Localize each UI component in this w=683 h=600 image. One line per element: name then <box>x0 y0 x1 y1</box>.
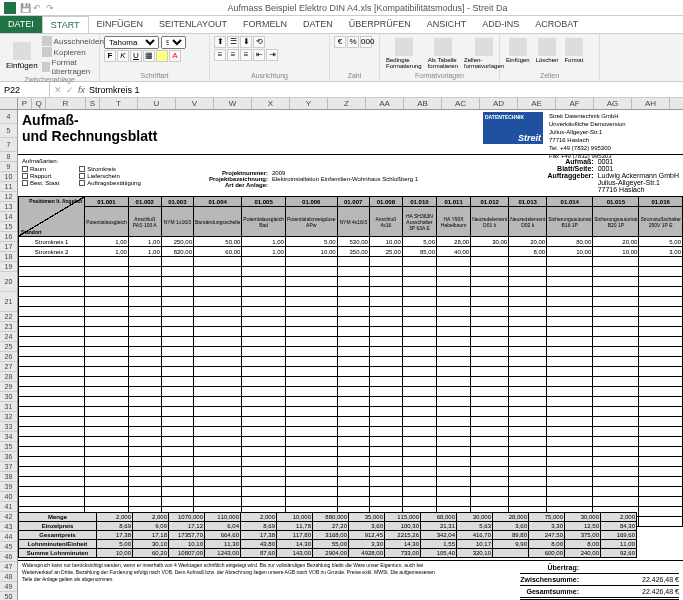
value-cell[interactable]: 28,00 <box>437 237 471 247</box>
empty-cell[interactable] <box>547 327 593 337</box>
empty-cell[interactable] <box>547 307 593 317</box>
check-item[interactable]: Stromkreis <box>79 166 140 172</box>
empty-cell[interactable] <box>509 257 547 267</box>
value-cell[interactable]: 30,00 <box>471 237 509 247</box>
empty-cell[interactable] <box>369 387 402 397</box>
value-cell[interactable]: 1,00 <box>242 247 286 257</box>
empty-cell[interactable] <box>242 337 286 347</box>
empty-cell[interactable] <box>509 417 547 427</box>
empty-cell[interactable] <box>194 447 242 457</box>
empty-cell[interactable] <box>471 487 509 497</box>
tab-addins[interactable]: ADD-INS <box>474 16 527 33</box>
check-item[interactable]: Auftragsbestätigung <box>79 180 140 186</box>
empty-cell[interactable] <box>337 287 369 297</box>
empty-cell[interactable] <box>242 317 286 327</box>
empty-cell[interactable] <box>547 407 593 417</box>
empty-cell[interactable] <box>471 457 509 467</box>
empty-cell[interactable] <box>85 267 129 277</box>
empty-cell[interactable] <box>85 297 129 307</box>
empty-cell[interactable] <box>437 407 471 417</box>
empty-cell[interactable] <box>285 367 337 377</box>
empty-cell[interactable] <box>509 377 547 387</box>
empty-cell[interactable] <box>337 297 369 307</box>
empty-cell[interactable] <box>194 327 242 337</box>
empty-cell[interactable] <box>639 467 683 477</box>
empty-cell[interactable] <box>85 327 129 337</box>
empty-cell[interactable] <box>161 357 193 367</box>
empty-cell[interactable] <box>19 367 85 377</box>
empty-cell[interactable] <box>337 477 369 487</box>
empty-cell[interactable] <box>369 357 402 367</box>
row-header[interactable]: 17 <box>0 242 17 252</box>
empty-cell[interactable] <box>337 327 369 337</box>
empty-cell[interactable] <box>85 317 129 327</box>
empty-cell[interactable] <box>369 277 402 287</box>
empty-cell[interactable] <box>369 417 402 427</box>
empty-cell[interactable] <box>85 407 129 417</box>
value-cell[interactable]: 60,00 <box>194 247 242 257</box>
column-header[interactable]: P <box>18 98 32 109</box>
check-item[interactable]: Lieferschein <box>79 173 140 179</box>
align-right-button[interactable]: ≡ <box>240 49 252 61</box>
format-painter-button[interactable]: Format übertragen <box>42 58 104 76</box>
empty-cell[interactable] <box>639 327 683 337</box>
row-header[interactable]: 48 <box>0 572 17 582</box>
empty-cell[interactable] <box>437 277 471 287</box>
empty-cell[interactable] <box>402 487 436 497</box>
empty-cell[interactable] <box>242 437 286 447</box>
empty-cell[interactable] <box>285 377 337 387</box>
column-header[interactable]: AA <box>366 98 404 109</box>
empty-cell[interactable] <box>85 377 129 387</box>
column-header[interactable]: Y <box>290 98 328 109</box>
empty-cell[interactable] <box>337 357 369 367</box>
empty-cell[interactable] <box>128 367 161 377</box>
empty-cell[interactable] <box>285 307 337 317</box>
empty-cell[interactable] <box>19 377 85 387</box>
empty-cell[interactable] <box>593 287 639 297</box>
delete-cells-button[interactable]: Löschen <box>534 36 561 65</box>
empty-cell[interactable] <box>639 397 683 407</box>
empty-cell[interactable] <box>402 457 436 467</box>
empty-cell[interactable] <box>194 277 242 287</box>
empty-cell[interactable] <box>128 267 161 277</box>
empty-cell[interactable] <box>437 297 471 307</box>
empty-cell[interactable] <box>437 257 471 267</box>
empty-cell[interactable] <box>19 467 85 477</box>
empty-cell[interactable] <box>285 487 337 497</box>
empty-cell[interactable] <box>85 287 129 297</box>
row-header[interactable]: 4 <box>0 110 17 124</box>
empty-cell[interactable] <box>85 457 129 467</box>
empty-cell[interactable] <box>402 257 436 267</box>
value-cell[interactable]: 1,00 <box>242 237 286 247</box>
empty-cell[interactable] <box>593 387 639 397</box>
empty-cell[interactable] <box>509 337 547 347</box>
empty-cell[interactable] <box>128 487 161 497</box>
empty-cell[interactable] <box>285 317 337 327</box>
empty-cell[interactable] <box>547 477 593 487</box>
empty-cell[interactable] <box>161 417 193 427</box>
empty-cell[interactable] <box>593 437 639 447</box>
value-cell[interactable] <box>471 247 509 257</box>
indent-decrease-button[interactable]: ⇤ <box>253 49 265 61</box>
empty-cell[interactable] <box>285 397 337 407</box>
empty-cell[interactable] <box>85 367 129 377</box>
empty-cell[interactable] <box>337 337 369 347</box>
empty-cell[interactable] <box>593 497 639 507</box>
empty-cell[interactable] <box>402 437 436 447</box>
empty-cell[interactable] <box>547 357 593 367</box>
value-cell[interactable]: 25,00 <box>369 247 402 257</box>
value-cell[interactable]: 10,00 <box>285 247 337 257</box>
empty-cell[interactable] <box>369 447 402 457</box>
empty-cell[interactable] <box>471 437 509 447</box>
empty-cell[interactable] <box>509 357 547 367</box>
empty-cell[interactable] <box>285 337 337 347</box>
indent-increase-button[interactable]: ⇥ <box>266 49 278 61</box>
align-center-button[interactable]: ≡ <box>227 49 239 61</box>
row-header[interactable]: 8 <box>0 152 17 162</box>
empty-cell[interactable] <box>128 407 161 417</box>
empty-cell[interactable] <box>128 257 161 267</box>
empty-cell[interactable] <box>471 477 509 487</box>
empty-cell[interactable] <box>194 287 242 297</box>
empty-cell[interactable] <box>471 337 509 347</box>
empty-cell[interactable] <box>437 437 471 447</box>
